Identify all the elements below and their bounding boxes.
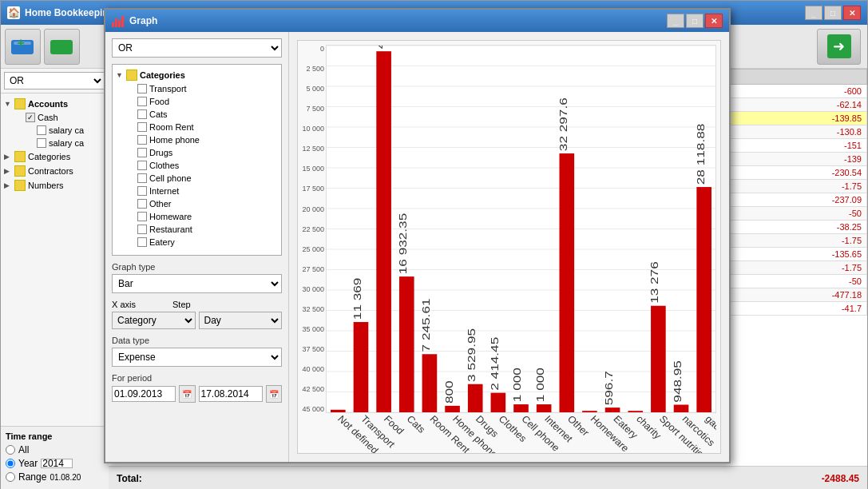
- tree-item-checkbox[interactable]: [137, 199, 147, 209]
- app-title: Home Bookkeeping: [25, 7, 114, 18]
- tree-item-checkbox[interactable]: [137, 161, 147, 170]
- bar-rect[interactable]: [331, 410, 346, 412]
- sidebar-filter-select[interactable]: OR: [4, 72, 105, 89]
- tree-item-label: Internet: [149, 186, 179, 196]
- tree-item-checkbox[interactable]: [137, 122, 147, 132]
- bar-rect[interactable]: [537, 404, 552, 412]
- y-axis-label: 32 500: [299, 305, 324, 313]
- dialog-restore-button[interactable]: □: [686, 14, 704, 28]
- bar-rect[interactable]: [696, 187, 711, 412]
- time-range-title: Time range: [6, 431, 104, 441]
- year-input[interactable]: [41, 459, 73, 468]
- dialog-tree-root[interactable]: ▼ Categories: [116, 68, 278, 82]
- dialog-tree-item[interactable]: Room Rent: [116, 121, 278, 133]
- dialog-tree-item[interactable]: Drugs: [116, 146, 278, 159]
- dialog-tree-item[interactable]: Home phone: [116, 133, 278, 146]
- bar-rect[interactable]: [651, 306, 666, 412]
- dialog-tree-item[interactable]: Clothes: [116, 159, 278, 172]
- tree-item-checkbox[interactable]: [137, 148, 147, 157]
- dialog-tree-item[interactable]: Cell phone: [116, 172, 278, 185]
- radio-all[interactable]: All: [6, 444, 104, 455]
- tree-item-checkbox[interactable]: [137, 109, 147, 119]
- y-axis-label: 5 000: [299, 85, 324, 93]
- tree-item-checkbox[interactable]: [137, 225, 147, 234]
- bar-rect[interactable]: [559, 153, 574, 412]
- sidebar-item-numbers[interactable]: ▶ Numbers: [4, 178, 105, 193]
- sidebar-item-categories[interactable]: ▶ Categories: [4, 149, 105, 164]
- salary2-checkbox[interactable]: [37, 138, 46, 148]
- dialog-tree-item[interactable]: Restaurant: [116, 223, 278, 236]
- app-maximize-button[interactable]: □: [824, 6, 842, 20]
- account-button[interactable]: [44, 29, 80, 65]
- dialog-title: Graph: [129, 15, 157, 26]
- sidebar-item-salary2[interactable]: salary ca: [4, 137, 105, 149]
- dialog-tree-item[interactable]: Other: [116, 197, 278, 210]
- radio-range-input[interactable]: [6, 472, 15, 482]
- bar-rect[interactable]: [376, 51, 391, 412]
- salary1-checkbox[interactable]: [37, 125, 46, 135]
- bar-rect[interactable]: [513, 404, 529, 412]
- dialog-close-button[interactable]: ✕: [705, 14, 723, 28]
- bar-rect[interactable]: [582, 411, 597, 412]
- date-from-calendar-button[interactable]: 📅: [179, 385, 196, 403]
- graph-type-select[interactable]: Bar: [112, 274, 282, 293]
- bar-rect[interactable]: [491, 393, 506, 412]
- tree-item-checkbox[interactable]: [137, 186, 147, 196]
- x-axis-select[interactable]: Category: [112, 312, 196, 329]
- dialog-filter-select[interactable]: OR: [112, 38, 282, 58]
- dialog-tree-item[interactable]: Transport: [116, 82, 278, 95]
- svg-text:charity: charity: [634, 413, 664, 441]
- tree-item-label: Restaurant: [149, 225, 192, 234]
- add-account-button[interactable]: +: [5, 29, 41, 65]
- dialog-tree-item[interactable]: Eatery: [116, 236, 278, 248]
- radio-all-label: All: [18, 444, 29, 455]
- exit-button[interactable]: ➜: [817, 29, 861, 65]
- sidebar-item-salary1[interactable]: salary ca: [4, 124, 105, 137]
- radio-year[interactable]: Year: [6, 458, 104, 469]
- tree-item-label: Cell phone: [149, 173, 192, 183]
- sidebar-item-contractors[interactable]: ▶ Contractors: [4, 164, 105, 178]
- tree-item-checkbox[interactable]: [137, 97, 147, 106]
- sidebar-item-cash[interactable]: ✓ Cash: [4, 111, 105, 124]
- app-minimize-button[interactable]: _: [805, 6, 822, 20]
- dialog-tree-item[interactable]: Homeware: [116, 210, 278, 223]
- tree-item-checkbox[interactable]: [137, 237, 147, 247]
- radio-year-input[interactable]: [6, 459, 15, 468]
- tree-item-label: Homeware: [149, 212, 192, 221]
- step-select[interactable]: Day: [199, 312, 283, 329]
- categories-arrow: ▶: [4, 153, 12, 161]
- tree-item-checkbox[interactable]: [137, 173, 147, 183]
- dialog-tree-item[interactable]: Food: [116, 95, 278, 108]
- cash-checkbox[interactable]: ✓: [26, 113, 35, 122]
- bar-rect[interactable]: [468, 384, 483, 412]
- dialog-titlebar-left: Graph: [112, 14, 157, 27]
- bar-rect[interactable]: [605, 408, 620, 412]
- date-from-input[interactable]: [112, 386, 176, 402]
- bar-rect[interactable]: [445, 406, 460, 412]
- date-to-input[interactable]: [199, 386, 263, 402]
- dialog-win-controls: _ □ ✕: [667, 14, 723, 28]
- svg-text:28 118.88: 28 118.88: [695, 124, 706, 185]
- app-close-button[interactable]: ✕: [843, 6, 861, 20]
- bar-rect[interactable]: [422, 354, 438, 412]
- tree-item-checkbox[interactable]: [137, 84, 147, 93]
- dialog-minimize-button[interactable]: _: [667, 14, 684, 28]
- tree-item-checkbox[interactable]: [137, 212, 147, 221]
- bar-rect[interactable]: [628, 411, 643, 412]
- for-period-section: For period 📅 📅: [112, 373, 282, 403]
- bar-rect[interactable]: [674, 405, 689, 412]
- bar-rect[interactable]: [399, 276, 414, 412]
- tree-item-checkbox[interactable]: [137, 135, 147, 145]
- svg-text:13 276: 13 276: [649, 261, 660, 304]
- svg-text:16 932.35: 16 932.35: [398, 213, 409, 274]
- dialog-tree-item[interactable]: Internet: [116, 185, 278, 197]
- data-type-label: Data type: [112, 336, 282, 345]
- data-type-select[interactable]: Expense: [112, 348, 282, 367]
- bar-rect[interactable]: [354, 322, 369, 412]
- sidebar-item-accounts[interactable]: ▼ Accounts: [4, 97, 105, 111]
- dialog-tree-item[interactable]: Cats: [116, 108, 278, 121]
- y-axis-label: 12 500: [299, 145, 324, 153]
- radio-range[interactable]: Range 01.08.20: [6, 471, 104, 483]
- radio-all-input[interactable]: [6, 445, 15, 455]
- date-to-calendar-button[interactable]: 📅: [266, 385, 283, 403]
